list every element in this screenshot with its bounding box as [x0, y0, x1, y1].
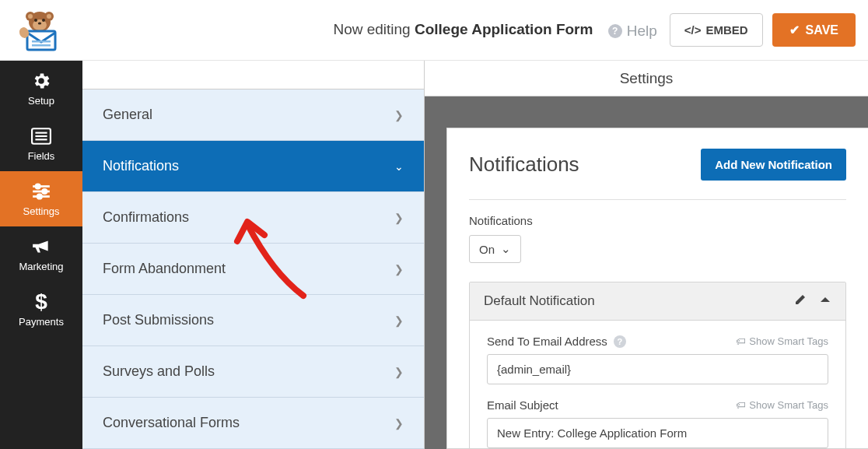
topbar: Now editing College Application Form ? H… [0, 0, 868, 61]
chevron-down-icon: ⌄ [394, 160, 404, 173]
sidebar-item-payments[interactable]: $ Payments [0, 282, 82, 337]
divider [469, 199, 846, 200]
subpanel-item-general[interactable]: General ❯ [82, 89, 424, 141]
list-icon [30, 125, 52, 147]
app-logo [12, 7, 67, 54]
notifications-toggle[interactable]: On ⌄ [469, 235, 521, 263]
svg-point-7 [42, 19, 45, 22]
settings-subpanel: General ❯ Notifications ⌄ Confirmations … [82, 61, 425, 449]
field-label: Send To Email Address ? [487, 335, 626, 348]
notifications-panel: Notifications Add New Notification Notif… [446, 128, 868, 449]
chevron-up-icon[interactable] [819, 293, 831, 309]
field-label: Email Subject [487, 398, 558, 412]
chevron-right-icon: ❯ [394, 109, 404, 121]
show-smart-tags[interactable]: 🏷 Show Smart Tags [736, 335, 828, 347]
sidebar-item-fields[interactable]: Fields [0, 116, 82, 171]
tag-icon: 🏷 [736, 399, 746, 411]
notification-card-header: Default Notification [470, 282, 845, 321]
chevron-right-icon: ❯ [394, 314, 404, 327]
form-name: College Application Form [415, 21, 593, 37]
embed-button[interactable]: </> EMBED [670, 13, 763, 47]
chevron-right-icon: ❯ [394, 263, 404, 275]
svg-point-20 [43, 189, 47, 193]
email-subject-input[interactable] [487, 418, 828, 448]
svg-point-22 [37, 195, 41, 198]
toggle-label: Notifications [469, 214, 846, 227]
panel-title: Notifications [469, 153, 579, 177]
topbar-actions: </> EMBED ✔ SAVE [670, 13, 856, 47]
subpanel-item-post-submissions[interactable]: Post Submissions ❯ [82, 295, 424, 346]
gear-icon [30, 70, 52, 92]
notification-title: Default Notification [484, 293, 595, 309]
content-body: Notifications Add New Notification Notif… [425, 96, 868, 449]
topbar-title: Now editing College Application Form ? H… [67, 21, 670, 40]
svg-point-6 [34, 19, 37, 22]
chevron-right-icon: ❯ [394, 366, 404, 378]
subpanel-item-conversational-forms[interactable]: Conversational Forms ❯ [82, 398, 424, 449]
edit-icon[interactable] [794, 293, 807, 309]
editing-prefix: Now editing [333, 21, 410, 37]
subpanel-item-surveys-polls[interactable]: Surveys and Polls ❯ [82, 346, 424, 398]
add-notification-button[interactable]: Add New Notification [701, 149, 846, 181]
chevron-right-icon: ❯ [394, 417, 404, 430]
field-email-subject: Email Subject 🏷 Show Smart Tags [487, 398, 828, 448]
dollar-icon: $ [30, 291, 52, 313]
svg-point-8 [38, 22, 41, 24]
sidebar-item-setup[interactable]: Setup [0, 61, 82, 116]
sliders-icon [30, 181, 52, 202]
panel-top: Notifications Add New Notification [469, 149, 846, 181]
help-icon[interactable]: ? [614, 335, 626, 348]
sidebar-item-settings[interactable]: Settings [0, 171, 82, 226]
subpanel-item-notifications[interactable]: Notifications ⌄ [82, 141, 424, 192]
main: Setup Fields Settings Marketing $ Paymen… [0, 61, 868, 449]
svg-rect-11 [32, 44, 51, 47]
bullhorn-icon [30, 236, 52, 258]
tag-icon: 🏷 [736, 335, 746, 347]
content: Settings Notifications Add New Notificat… [425, 61, 868, 449]
code-icon: </> [684, 23, 702, 37]
sidebar-item-marketing[interactable]: Marketing [0, 226, 82, 282]
help-link[interactable]: ? Help [608, 23, 657, 40]
notification-actions [794, 293, 831, 309]
field-send-to: Send To Email Address ? 🏷 Show Smart Tag… [487, 335, 828, 384]
subpanel-item-confirmations[interactable]: Confirmations ❯ [82, 192, 424, 244]
chevron-down-icon: ⌄ [501, 242, 511, 256]
svg-rect-10 [32, 40, 51, 43]
notification-body: Send To Email Address ? 🏷 Show Smart Tag… [470, 321, 845, 449]
chevron-right-icon: ❯ [394, 212, 404, 224]
subpanel-item-form-abandonment[interactable]: Form Abandonment ❯ [82, 244, 424, 295]
content-header: Settings [425, 61, 868, 96]
svg-point-3 [28, 14, 33, 19]
sidebar: Setup Fields Settings Marketing $ Paymen… [0, 61, 82, 449]
send-to-input[interactable] [487, 354, 828, 384]
show-smart-tags[interactable]: 🏷 Show Smart Tags [736, 399, 828, 411]
help-icon: ? [608, 24, 622, 38]
svg-text:$: $ [35, 291, 47, 313]
svg-point-4 [47, 14, 51, 19]
svg-point-18 [36, 184, 40, 188]
notification-card: Default Notification [469, 282, 846, 449]
save-button[interactable]: ✔ SAVE [772, 13, 856, 47]
subpanel-header [82, 61, 424, 89]
check-icon: ✔ [789, 23, 800, 37]
